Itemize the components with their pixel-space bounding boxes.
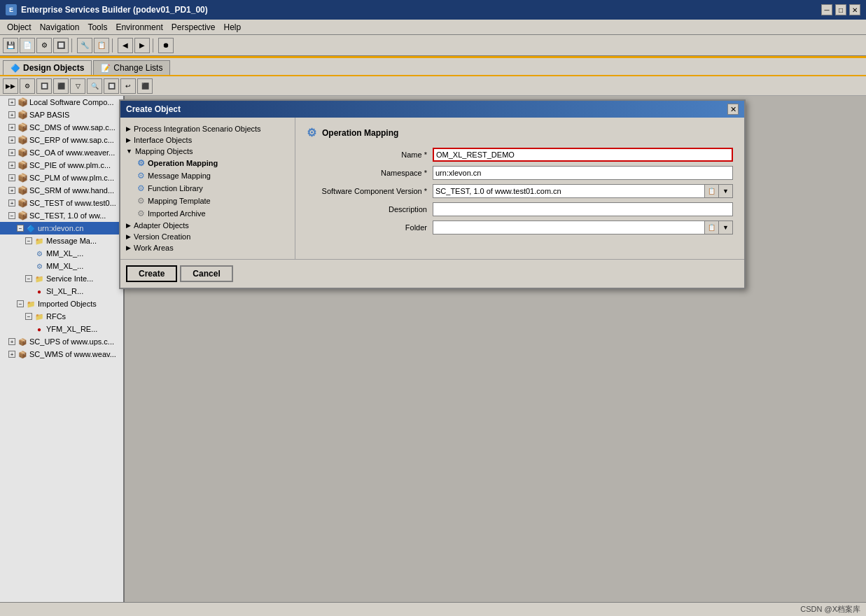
t2-btn-7[interactable]: 🔲 [104, 78, 119, 94]
modal-footer: Create Cancel [120, 259, 744, 288]
status-bar: CSDN @X档案库 [0, 602, 866, 616]
input-folder[interactable] [433, 220, 705, 234]
scv-browse-button[interactable]: 📋 [705, 184, 719, 198]
form-row-scv: Software Component Version 📋 ▼ [307, 184, 733, 198]
nav-label-version: Version Creation [134, 232, 190, 241]
cancel-button[interactable]: Cancel [180, 265, 232, 282]
t2-btn-3[interactable]: 🔲 [36, 78, 52, 94]
op-mapping-icon: ⚙ [137, 158, 145, 168]
nav-sub-imported-archive[interactable]: ⚙ Imported Archive [134, 207, 292, 220]
maximize-button[interactable]: □ [835, 4, 846, 15]
toolbar-btn-4[interactable]: 🔲 [53, 38, 69, 53]
folder-input-group: 📋 ▼ [433, 220, 733, 234]
menu-perspective[interactable]: Perspective [167, 21, 220, 34]
nav-sub-label-op-mapping: Operation Mapping [148, 159, 218, 167]
t2-btn-6[interactable]: 🔍 [87, 78, 102, 94]
msg-mapping-icon: ⚙ [137, 171, 145, 181]
t2-btn-2[interactable]: ⚙ [20, 78, 35, 94]
folder-dropdown-button[interactable]: ▼ [719, 220, 733, 234]
form-header: ⚙ Operation Mapping [307, 126, 733, 139]
nav-sub-mapping-template[interactable]: ⚙ Mapping Template [134, 195, 292, 207]
nav-sub-message-mapping[interactable]: ⚙ Message Mapping [134, 169, 292, 182]
form-row-folder: Folder 📋 ▼ [307, 220, 733, 234]
input-namespace[interactable] [433, 166, 733, 180]
folder-browse-button[interactable]: 📋 [705, 220, 719, 234]
toolbar-btn-7[interactable]: ⏺ [158, 38, 174, 53]
form-row-namespace: Namespace [307, 166, 733, 180]
nav-label-mapping: Mapping Objects [135, 147, 193, 155]
create-object-dialog: Create Object ✕ ▶ Process Integration Sc… [119, 99, 746, 289]
menu-navigation[interactable]: Navigation [36, 21, 84, 34]
t2-btn-5[interactable]: ▽ [70, 78, 85, 94]
modal-title-bar: Create Object ✕ [120, 101, 744, 118]
nav-sub-mapping: ⚙ Operation Mapping ⚙ Message Mapping ⚙ … [123, 157, 292, 220]
nav-sub-label-imp-archive: Imported Archive [148, 209, 206, 218]
toolbar-btn-6[interactable]: 📋 [94, 38, 109, 53]
t2-btn-8[interactable]: ↩ [120, 78, 136, 94]
main-area: + 📦 Local Software Compo... + 📦 SAP BASI… [0, 96, 866, 616]
form-row-description: Description [307, 202, 733, 216]
imp-archive-icon: ⚙ [137, 209, 145, 218]
modal-close-button[interactable]: ✕ [727, 104, 739, 115]
tab-change-icon: 📝 [101, 64, 111, 73]
label-description: Description [307, 205, 433, 214]
input-name[interactable] [433, 148, 733, 162]
nav-sub-operation-mapping[interactable]: ⚙ Operation Mapping [134, 157, 292, 169]
input-description[interactable] [433, 202, 733, 216]
tab-change-lists[interactable]: 📝 Change Lists [93, 60, 170, 75]
nav-sub-function-library[interactable]: ⚙ Function Library [134, 182, 292, 195]
create-button[interactable]: Create [126, 265, 177, 282]
nav-sub-label-func-lib: Function Library [148, 184, 203, 192]
form-row-name: Name [307, 148, 733, 162]
menu-tools[interactable]: Tools [83, 21, 111, 34]
nav-item-mapping[interactable]: ▼ Mapping Objects [123, 146, 292, 157]
nav-sub-label-msg-mapping: Message Mapping [148, 172, 211, 180]
tab-design-objects[interactable]: 🔷 Design Objects [3, 60, 92, 75]
label-folder: Folder [307, 223, 433, 232]
nav-label-work-areas: Work Areas [134, 244, 174, 252]
scv-input-group: 📋 ▼ [433, 184, 733, 198]
toolbar-btn-2[interactable]: 📄 [20, 38, 35, 53]
nav-label-adapter: Adapter Objects [134, 221, 189, 230]
form-header-icon: ⚙ [307, 126, 316, 139]
modal-nav: ▶ Process Integration Scenario Objects ▶… [120, 118, 295, 259]
tab-design-icon: 🔷 [11, 64, 20, 73]
label-name: Name [307, 150, 433, 159]
t2-btn-4[interactable]: ⬛ [53, 78, 69, 94]
nav-item-adapter[interactable]: ▶ Adapter Objects [123, 220, 292, 231]
title-bar: E Enterprise Services Builder (podev01_P… [0, 0, 866, 20]
toolbar-btn-5[interactable]: 🔧 [77, 38, 92, 53]
input-scv[interactable] [433, 184, 705, 198]
nav-label-process: Process Integration Scenario Objects [134, 125, 261, 133]
close-button[interactable]: ✕ [849, 4, 860, 15]
nav-item-interface[interactable]: ▶ Interface Objects [123, 134, 292, 146]
label-scv: Software Component Version [307, 187, 433, 195]
toolbar-btn-1[interactable]: 💾 [3, 38, 18, 53]
toolbar-btn-3[interactable]: ⚙ [36, 38, 52, 53]
nav-sub-label-map-template: Mapping Template [148, 197, 211, 205]
toolbar: 💾 📄 ⚙ 🔲 🔧 📋 ◀ ▶ ⏺ [0, 35, 866, 56]
minimize-button[interactable]: ─ [821, 4, 832, 15]
scv-dropdown-button[interactable]: ▼ [719, 184, 733, 198]
toolbar-btn-forward[interactable]: ▶ [134, 38, 150, 53]
t2-btn-9[interactable]: ⬛ [137, 78, 153, 94]
toolbar2: ▶▶ ⚙ 🔲 ⬛ ▽ 🔍 🔲 ↩ ⬛ [0, 76, 866, 96]
t2-btn-1[interactable]: ▶▶ [3, 78, 18, 94]
nav-label-interface: Interface Objects [134, 136, 192, 144]
modal-body: ▶ Process Integration Scenario Objects ▶… [120, 118, 744, 259]
toolbar-sep-3 [153, 38, 155, 52]
toolbar-btn-back[interactable]: ◀ [118, 38, 133, 53]
nav-item-version[interactable]: ▶ Version Creation [123, 231, 292, 242]
map-template-icon: ⚙ [137, 196, 145, 206]
menu-object[interactable]: Object [3, 21, 36, 34]
nav-item-work-areas[interactable]: ▶ Work Areas [123, 242, 292, 253]
status-text: CSDN @X档案库 [800, 604, 860, 615]
func-lib-icon: ⚙ [137, 183, 145, 193]
menu-environment[interactable]: Environment [111, 21, 167, 34]
modal-overlay: Create Object ✕ ▶ Process Integration Sc… [0, 96, 866, 616]
menu-help[interactable]: Help [219, 21, 245, 34]
nav-item-process[interactable]: ▶ Process Integration Scenario Objects [123, 123, 292, 134]
app-icon: E [6, 4, 17, 15]
toolbar-sep-2 [112, 38, 115, 52]
toolbar-sep-1 [71, 38, 74, 52]
